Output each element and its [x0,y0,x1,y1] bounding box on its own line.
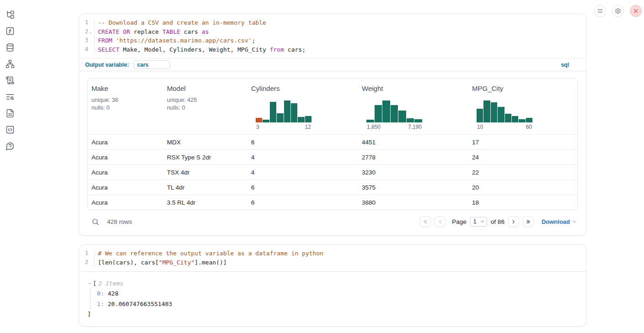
file-explorer-icon[interactable] [5,10,15,19]
next-page-button[interactable] [508,216,519,227]
column-header[interactable]: MPG_City1060 [468,79,577,134]
fold-chevron-icon[interactable]: ⌄ [88,27,93,37]
table-row[interactable]: Acura3.5 RL 4dr6388018 [88,195,577,210]
axis-min-label: 3 [256,124,259,130]
menu-icon[interactable] [594,5,606,17]
page-total: of 86 [491,218,504,225]
scroll-script-icon[interactable] [5,76,15,85]
dependency-graph-icon[interactable] [5,59,15,69]
histogram-axis-labels: 1,8507,190 [366,124,422,130]
column-histogram[interactable]: 312 [256,97,311,130]
tree-entry-key: 0: [97,290,104,297]
python-cell: 1# We can reference the output variable … [79,244,586,326]
table-row[interactable]: AcuraTSX 4dr4323022 [88,164,577,180]
snippets-code-icon[interactable] [5,125,15,134]
column-header[interactable]: Cylinders312 [247,79,358,134]
documentation-icon[interactable] [5,109,15,118]
function-square-icon[interactable] [5,26,15,36]
histogram-bar [414,119,422,122]
histogram-bar [375,105,382,122]
table-cell: Acura [88,184,163,191]
code-token: cars; [284,46,306,53]
column-stat: unique: 38 [91,96,160,104]
tree-children: 0: 4281: 20.060747663551403 [90,289,578,309]
table-body: AcuraMDX6445117AcuraRSX Type S 2dr427782… [88,134,577,210]
code-token: from [270,46,284,53]
code-line: 2⌄CREATE OR replace TABLE cars as [79,27,586,37]
page-select[interactable]: 1 [470,217,487,227]
table-cell: Acura [88,169,163,176]
help-icon[interactable] [5,142,15,151]
table-row[interactable]: AcuraTL 4dr6357520 [88,180,577,195]
histogram-bar [277,113,283,122]
table-row[interactable]: AcuraMDX6445117 [88,134,577,149]
column-header[interactable]: Modelunique: 425nulls: 0 [163,79,247,134]
code-token: FROM [98,37,112,44]
tree-root-line: [2 Items [87,279,578,289]
column-name: Weight [362,85,465,92]
column-name: Model [167,85,244,92]
axis-min-label: 10 [477,124,483,130]
column-histogram[interactable]: 1060 [477,97,532,130]
code-text: FROM 'https://datasets.marimo.app/cars.c… [95,36,255,45]
python-code-editor[interactable]: 1# We can reference the output variable … [79,245,586,271]
code-token: TABLE [162,28,180,35]
histogram-bar [298,117,304,122]
code-token: as [202,28,209,35]
column-header[interactable]: Weight1,8507,190 [358,79,468,134]
column-stat: nulls: 0 [91,104,160,112]
code-token: SELECT [98,46,119,53]
histogram-bar [477,109,483,122]
tree-entry-value: 20.060747663551403 [104,301,172,307]
database-icon[interactable] [5,43,15,52]
histogram-bar [382,100,390,122]
column-histogram[interactable]: 1,8507,190 [366,97,422,130]
tree-entry-value: 428 [104,290,118,297]
histogram-axis-labels: 1060 [477,124,532,130]
table-cell: 4 [247,154,358,161]
collapse-chevron-icon[interactable] [87,281,93,286]
previous-page-button[interactable] [435,216,445,227]
axis-min-label: 1,850 [367,124,381,130]
chevron-down-icon [480,219,485,224]
histogram-bar [483,100,490,122]
tree-entry-key: 1: [97,301,104,307]
code-line: 2[len(cars), cars["MPG_City"].mean()] [79,258,586,267]
sql-code-editor[interactable]: 1-- Download a CSV and create an in-memo… [79,14,586,58]
download-label: Download [542,218,570,225]
close-icon[interactable] [630,5,642,17]
histogram-bar [305,116,311,122]
code-token: cars [180,28,202,35]
language-badge: sql [561,62,569,68]
column-name: Make [91,85,160,92]
histogram-bar [407,118,414,122]
gear-icon[interactable] [612,5,624,17]
first-page-button[interactable] [420,216,431,227]
column-stats: unique: 425nulls: 0 [167,96,244,112]
code-token: replace [130,28,162,35]
histogram-bar [519,119,525,122]
histogram-bar [284,100,290,122]
logs-search-icon[interactable] [5,92,15,101]
window-controls [594,5,642,17]
code-text: SELECT Make, Model, Cylinders, Weight, M… [95,45,306,54]
histogram-bar [491,102,497,122]
table-cell: 3880 [358,199,468,206]
column-header[interactable]: Makeunique: 38nulls: 0 [88,79,163,134]
code-line: 1# We can reference the output variable … [79,249,586,258]
code-token: 'https://datasets.marimo.app/cars.csv' [116,37,252,44]
output-variable-input[interactable] [134,60,170,69]
sidebar [0,0,20,333]
table-cell: 22 [468,169,577,176]
last-page-button[interactable] [523,216,534,227]
search-icon[interactable] [91,218,99,226]
download-button[interactable]: Download [542,218,577,225]
table-row[interactable]: AcuraRSX Type S 2dr4277824 [88,149,577,164]
code-token: "MPG_City" [159,259,194,266]
histogram-bars [366,97,422,122]
line-gutter: 1 [79,249,95,258]
table-cell: TL 4dr [163,184,247,191]
row-count: 428 rows [107,218,132,225]
axis-max-label: 12 [305,124,311,130]
table-cell: Acura [88,199,163,206]
